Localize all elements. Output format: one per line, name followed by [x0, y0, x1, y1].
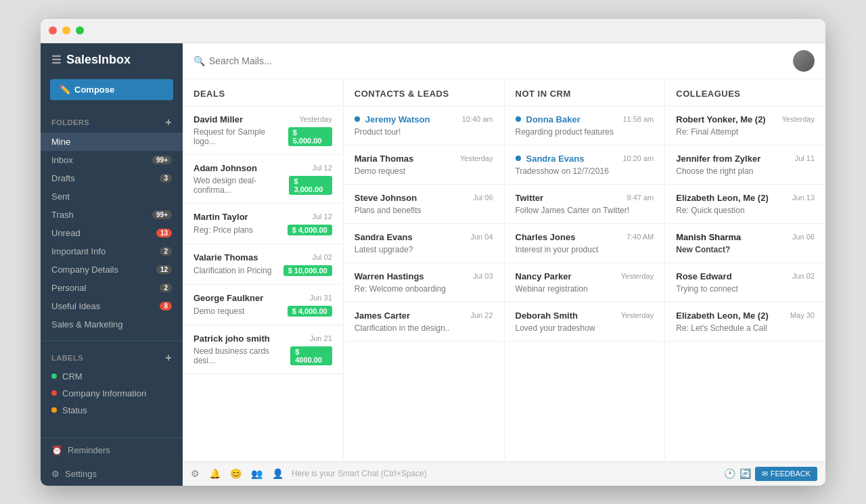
settings-icon: ⚙ [51, 469, 60, 479]
compose-icon: ✏️ [60, 85, 70, 95]
feedback-button[interactable]: ✉ FEEDBACK [755, 467, 817, 481]
refresh-icon[interactable]: 🔄 [739, 468, 751, 479]
sidebar-bottom: ⏰ Reminders ⚙ Settings [41, 438, 183, 486]
label-crm[interactable]: CRM [41, 368, 183, 385]
colleague-item[interactable]: Jennifer from ZylkerJul 11 Choose the ri… [665, 145, 825, 185]
contact-item[interactable]: Jeremy Watson 10:40 am Product tour! [344, 106, 504, 145]
settings-icon[interactable]: ⚙ [191, 468, 200, 479]
reminders-button[interactable]: ⏰ Reminders [41, 438, 183, 462]
search-wrap: 🔍 [193, 55, 793, 66]
compose-label: Compose [74, 85, 114, 95]
label-company-information[interactable]: Company Information [41, 385, 183, 402]
avatar-image [793, 50, 815, 72]
labels-header: Labels + [41, 348, 183, 368]
person-icon[interactable]: 👤 [272, 468, 283, 479]
add-label-button[interactable]: + [165, 352, 172, 364]
sidebar-item-personal[interactable]: Personal 2 [41, 279, 183, 297]
company-info-dot [51, 390, 57, 396]
trash-badge: 99+ [152, 210, 172, 219]
main-content: 🔍 DEALS David MillerYesterday Request fo… [183, 43, 825, 486]
bottombar-icons: ⚙ 🔔 😊 👥 👤 [191, 468, 283, 479]
labels-label: Labels [51, 354, 83, 362]
deal-item[interactable]: Patrick joho smithJun 21 Need business c… [183, 325, 343, 374]
crm-item[interactable]: Donna Baker 11:58 am Regarding product f… [505, 106, 665, 145]
contacts-column: CONTACTS & LEADS Jeremy Watson 10:40 am … [344, 79, 505, 461]
sidebar-mine[interactable]: Mine [41, 133, 183, 151]
app-title: SalesInbox [66, 53, 131, 67]
folders-section: Folders + Mine Inbox 99+ Drafts 3 Sent [41, 108, 183, 338]
settings-button[interactable]: ⚙ Settings [41, 462, 183, 486]
sidebar-item-important[interactable]: Important Info 2 [41, 242, 183, 260]
unread-dot [516, 116, 521, 122]
feedback-label: FEEDBACK [771, 469, 811, 478]
folders-header: Folders + [41, 112, 183, 133]
status-dot [51, 407, 57, 413]
deal-item[interactable]: Martin TaylorJul 12 Reg: Price plans$ 4,… [183, 204, 343, 244]
colleague-item[interactable]: Rose EdwardJun 02 Trying to connect [665, 263, 825, 302]
crm-item[interactable]: Charles Jones7:40 AM Interest in your pr… [505, 224, 665, 263]
contact-item[interactable]: Sandra EvansJun 04 Latest upgrade? [344, 224, 504, 263]
crm-item[interactable]: Nancy ParkerYesterday Webinar registrati… [505, 263, 665, 302]
titlebar [41, 19, 825, 43]
avatar[interactable] [793, 50, 815, 72]
deal-item[interactable]: Valarie ThomasJul 02 Clarification in Pr… [183, 244, 343, 285]
sidebar: ☰ SalesInbox ✏️ Compose Folders + Mine I… [41, 43, 183, 486]
sidebar-item-trash[interactable]: Trash 99+ [41, 206, 183, 224]
colleague-item[interactable]: Manish SharmaJun 06 New Contact? [665, 224, 825, 263]
contact-item[interactable]: James CarterJun 22 Clarification in the … [344, 302, 504, 342]
contact-item[interactable]: Maria ThomasYesterday Demo request [344, 145, 504, 185]
deal-item[interactable]: George FaulknerJun 31 Demo request$ 4,00… [183, 285, 343, 325]
colleague-item[interactable]: Robert Yonker, Me (2)Yesterday Re: Final… [665, 106, 825, 145]
app-body: ☰ SalesInbox ✏️ Compose Folders + Mine I… [41, 43, 825, 486]
colleagues-header: COLLEAGUES [665, 79, 825, 106]
deals-header: DEALS [183, 79, 343, 106]
label-status[interactable]: Status [41, 402, 183, 419]
maximize-button[interactable] [76, 26, 84, 35]
colleagues-list: Robert Yonker, Me (2)Yesterday Re: Final… [665, 106, 825, 461]
emoji-icon[interactable]: 😊 [230, 468, 242, 479]
crm-item[interactable]: Sandra Evans 10:20 am Tradesshow on 12/7… [505, 145, 665, 185]
bottombar-right: 🕐 🔄 ✉ FEEDBACK [724, 467, 817, 481]
reminders-label: Reminders [68, 445, 110, 455]
sidebar-item-drafts[interactable]: Drafts 3 [41, 169, 183, 187]
bottombar: ⚙ 🔔 😊 👥 👤 Here is your Smart Chat (Ctrl+… [183, 461, 825, 486]
search-icon: 🔍 [193, 55, 205, 66]
not-in-crm-list: Donna Baker 11:58 am Regarding product f… [505, 106, 665, 461]
add-folder-button[interactable]: + [165, 116, 172, 129]
feedback-icon: ✉ [762, 469, 768, 478]
people-icon[interactable]: 👥 [251, 468, 263, 479]
crm-item[interactable]: Twitter9:47 am Follow James Carter on Tw… [505, 185, 665, 224]
sidebar-item-useful-ideas[interactable]: Useful Ideas 8 [41, 297, 183, 315]
crm-item[interactable]: Deborah SmithYesterday Loved your trades… [505, 302, 665, 342]
labels-section: Labels + CRM Company Information Status [41, 344, 183, 423]
topbar: 🔍 [183, 43, 825, 79]
sidebar-item-sales-marketing[interactable]: Sales & Marketing [41, 315, 183, 334]
unread-dot [355, 116, 360, 122]
crm-dot [51, 373, 57, 379]
not-in-crm-column: NOT IN CRM Donna Baker 11:58 am Regardin… [505, 79, 666, 461]
settings-label: Settings [65, 469, 97, 479]
deal-item[interactable]: Adam JohnsonJul 12 Web design deal-confi… [183, 155, 343, 204]
contact-item[interactable]: Steve JohnsonJul 06 Plans and benefits [344, 185, 504, 224]
smart-chat-input: Here is your Smart Chat (Ctrl+Space) [292, 469, 724, 478]
not-in-crm-header: NOT IN CRM [505, 79, 665, 106]
company-details-badge: 12 [156, 265, 172, 274]
sidebar-item-company-details[interactable]: Company Details 12 [41, 260, 183, 279]
unread-badge: 13 [156, 229, 172, 237]
contacts-header: CONTACTS & LEADS [344, 79, 504, 106]
search-input[interactable] [209, 55, 793, 66]
contact-item[interactable]: Warren HastingsJul 03 Re: Welcome onboar… [344, 263, 504, 302]
bell-icon[interactable]: 🔔 [209, 468, 221, 479]
hamburger-icon[interactable]: ☰ [51, 53, 61, 66]
compose-button[interactable]: ✏️ Compose [50, 79, 173, 100]
sidebar-item-sent[interactable]: Sent [41, 187, 183, 206]
app-window: ☰ SalesInbox ✏️ Compose Folders + Mine I… [41, 19, 825, 486]
sidebar-item-inbox[interactable]: Inbox 99+ [41, 151, 183, 169]
sidebar-item-unread[interactable]: Unread 13 [41, 224, 183, 242]
colleague-item[interactable]: Elizabeth Leon, Me (2)Jun 13 Re: Quick q… [665, 185, 825, 224]
close-button[interactable] [49, 26, 57, 35]
deal-item[interactable]: David MillerYesterday Request for Sample… [183, 106, 343, 155]
colleague-item[interactable]: Elizabeth Leon, Me (2)May 30 Re: Let's S… [665, 302, 825, 342]
clock-icon[interactable]: 🕐 [724, 468, 735, 479]
minimize-button[interactable] [62, 26, 70, 35]
